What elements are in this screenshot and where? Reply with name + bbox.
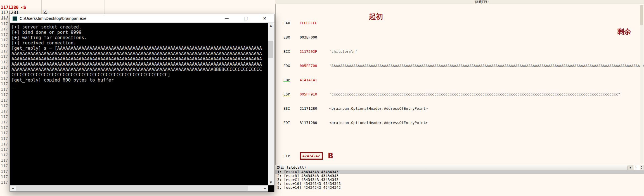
column-separator bbox=[41, 0, 42, 15]
disasm-address-column: 1171171171171171171171171171171171171171… bbox=[1, 16, 9, 185]
console-line: [+] bind done on port 9999 bbox=[11, 30, 262, 35]
disasm-address-truncated: 117 bbox=[1, 37, 9, 43]
register-row-ebp[interactable]: EBP41414141 bbox=[283, 78, 644, 82]
registers-scrollbar[interactable] bbox=[640, 5, 643, 164]
register-row-ecx[interactable]: ECX3117303F"shitstorm\n" bbox=[283, 49, 644, 54]
chevron-down-icon[interactable]: ▼ bbox=[628, 166, 633, 170]
console-line: [+] waiting for connections. bbox=[11, 35, 262, 40]
disasm-address-truncated: 117 bbox=[1, 152, 9, 158]
scroll-up-icon[interactable]: ▲ bbox=[268, 23, 274, 28]
disasm-address-truncated: 117 bbox=[1, 180, 9, 185]
hide-fpu-button[interactable]: 隐藏FPU bbox=[475, 0, 489, 4]
scrollbar-thumb[interactable] bbox=[16, 186, 248, 191]
disasm-address-truncated: 117 bbox=[1, 70, 9, 76]
register-row-eip[interactable]: EIP 42424242 B bbox=[283, 151, 644, 161]
ecx-string-ref: "shitstorm\n" bbox=[329, 49, 358, 54]
scrollbar-thumb[interactable] bbox=[268, 41, 273, 58]
x32dbg-window: 1171280 <b 55 push ebp OptionalHeader 11… bbox=[0, 0, 644, 196]
eip-annotation-box: 42424242 bbox=[300, 152, 323, 160]
register-row-eax[interactable]: EAXFFFFFFFF bbox=[283, 21, 644, 25]
disasm-address-truncated: 117 bbox=[1, 147, 9, 152]
spinner-arrows-icon[interactable]: ▲▼ bbox=[640, 165, 643, 170]
console-title-bar[interactable]: C:\Users\Jimi\Desktop\brainpan.exe — □ ✕ bbox=[10, 14, 274, 23]
disasm-address-truncated: 117 bbox=[1, 130, 9, 136]
registers-pane: EAXFFFFFFFF EBX003EF000 ECX3117303F"shit… bbox=[275, 4, 644, 165]
disasm-address-truncated: 117 bbox=[1, 92, 9, 98]
stack-row[interactable]: 4: [esp+10] 43434343 43434343 bbox=[275, 182, 644, 186]
maximize-button[interactable]: □ bbox=[236, 14, 255, 23]
stack-arguments-pane: 1: [esp+4] 43434343 43434343 2: [esp+8] … bbox=[275, 170, 644, 190]
esi-symbol-ref: <brainpan.OptionalHeader.AddressOfEntryP… bbox=[329, 106, 428, 111]
disasm-address-truncated: 117 bbox=[1, 27, 9, 32]
close-button[interactable]: ✕ bbox=[255, 14, 274, 23]
edi-symbol-ref: <brainpan.OptionalHeader.AddressOfEntryP… bbox=[329, 120, 428, 125]
disasm-address-truncated: 117 bbox=[1, 16, 9, 21]
register-row-ebx[interactable]: EBX003EF000 bbox=[283, 35, 644, 40]
disasm-address-truncated: 117 bbox=[1, 59, 9, 65]
disasm-address-truncated: 117 bbox=[1, 169, 9, 175]
disasm-address-truncated: 117 bbox=[1, 43, 9, 49]
stack-row[interactable]: 5: [esp+14] 43434343 43434343 bbox=[275, 186, 644, 190]
console-vertical-scrollbar[interactable]: ▲ ▼ bbox=[268, 23, 274, 185]
disasm-address-truncated: 117 bbox=[1, 76, 9, 82]
console-title: C:\Users\Jimi\Desktop\brainpan.exe bbox=[20, 14, 86, 23]
disasm-address-truncated: 117 bbox=[1, 119, 9, 125]
disasm-address-truncated: 117 bbox=[1, 125, 9, 131]
disasm-row[interactable]: 1171281 89E5 mov ebp,esp bbox=[0, 5, 15, 10]
console-line: [+] server socket created. bbox=[11, 24, 262, 30]
minimize-button[interactable]: — bbox=[217, 14, 236, 23]
column-separator bbox=[105, 0, 105, 15]
console-line: [+] received connection. bbox=[11, 40, 262, 46]
annotation-initial: 起初 bbox=[369, 12, 383, 21]
esp-string-ref: "ccccccccccccccccccccccccccccccccccccccc… bbox=[329, 92, 620, 97]
register-row-esp[interactable]: ESP005FF910"cccccccccccccccccccccccccccc… bbox=[283, 92, 644, 97]
scroll-down-icon[interactable]: ▼ bbox=[268, 180, 274, 185]
register-row-edx[interactable]: EDX005FF700"AAAAAAAAAAAAAAAAAAAAAAAAAAAA… bbox=[283, 63, 644, 68]
console-window[interactable]: C:\Users\Jimi\Desktop\brainpan.exe — □ ✕… bbox=[10, 14, 274, 192]
console-body: [+] server socket created.[+] bind done … bbox=[10, 23, 274, 192]
disasm-address-truncated: 117 bbox=[1, 49, 9, 54]
disasm-address-truncated: 117 bbox=[1, 65, 9, 70]
disasm-address-truncated: 117 bbox=[1, 114, 9, 120]
console-line: [get_reply] copied 600 bytes to buffer bbox=[11, 77, 262, 83]
disasm-address-truncated: 117 bbox=[1, 136, 9, 142]
registers-pane-header: 隐藏FPU bbox=[275, 0, 644, 4]
disasm-address-truncated: 117 bbox=[1, 54, 9, 59]
stack-row[interactable]: 3: [esp+C] 43434343 43434343 bbox=[275, 178, 644, 182]
disasm-address-truncated: 117 bbox=[1, 158, 9, 163]
disasm-address-truncated: 117 bbox=[1, 87, 9, 92]
args-count-spinner[interactable]: 5 ▲▼ bbox=[634, 165, 643, 170]
register-row-edi[interactable]: EDI31171280<brainpan.OptionalHeader.Addr… bbox=[283, 120, 644, 125]
console-app-icon bbox=[13, 16, 17, 21]
console-horizontal-scrollbar[interactable]: ◄ ► bbox=[10, 185, 268, 192]
annotation-remaining: 剩余 bbox=[617, 27, 631, 36]
disasm-address-truncated: 117 bbox=[1, 98, 9, 103]
console-payload-line: [get_reply] s = [AAAAAAAAAAAAAAAAAAAAAAA… bbox=[11, 46, 262, 77]
disasm-row[interactable]: 1171280 <b 55 push ebp OptionalHeader bbox=[0, 0, 15, 5]
annotation-b-marker: B bbox=[328, 154, 333, 158]
disasm-address-truncated: 117 bbox=[1, 32, 9, 38]
disasm-address-truncated: 117 bbox=[1, 81, 9, 87]
stack-row[interactable]: 1: [esp+4] 43434343 43434343 bbox=[275, 170, 644, 174]
disasm-address-truncated: 117 bbox=[1, 109, 9, 114]
calling-convention-dropdown[interactable]: 默认 (stdcall) ▼ bbox=[275, 165, 634, 170]
scroll-right-icon[interactable]: ► bbox=[262, 185, 268, 192]
register-row-esi[interactable]: ESI31171280<brainpan.OptionalHeader.Addr… bbox=[283, 106, 644, 111]
disasm-address-truncated: 117 bbox=[1, 174, 9, 180]
scrollbar-thumb[interactable] bbox=[640, 5, 643, 25]
stack-row[interactable]: 2: [esp+8] 43434343 43434343 bbox=[275, 174, 644, 178]
console-cursor: _ bbox=[11, 83, 262, 88]
edx-string-ref: "AAAAAAAAAAAAAAAAAAAAAAAAAAAAAAAAAAAAAAA… bbox=[329, 63, 644, 68]
disasm-address-truncated: 117 bbox=[1, 163, 9, 169]
disasm-address-truncated: 117 bbox=[1, 103, 9, 109]
disasm-address-truncated: 117 bbox=[1, 142, 9, 147]
scroll-left-icon[interactable]: ◄ bbox=[10, 185, 16, 192]
disasm-address-truncated: 117 bbox=[1, 21, 9, 27]
console-output: [+] server socket created.[+] bind done … bbox=[11, 24, 262, 88]
